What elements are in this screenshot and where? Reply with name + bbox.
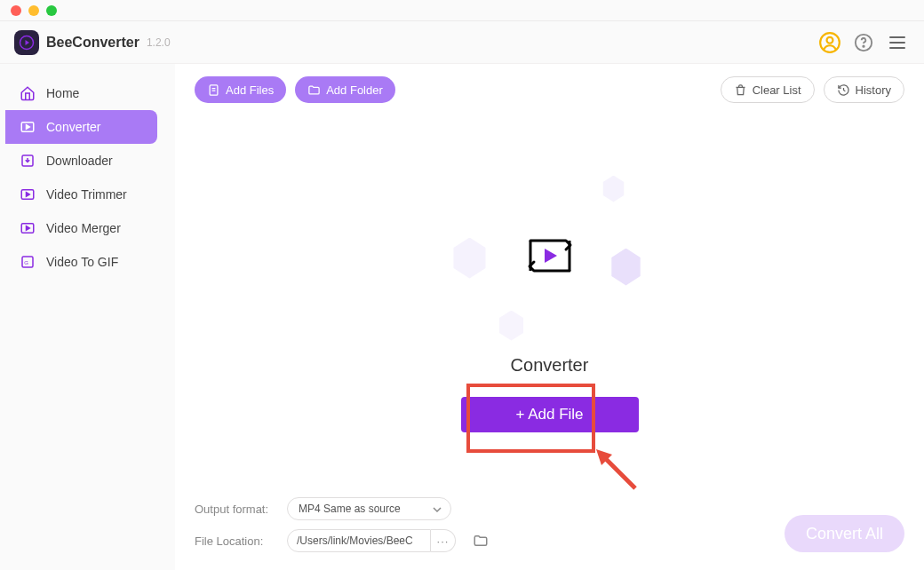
trash-icon — [734, 83, 747, 97]
sidebar-item-merger[interactable]: Video Merger — [5, 211, 157, 245]
clear-list-label: Clear List — [753, 83, 801, 97]
drop-zone: Converter + Add File — [175, 117, 924, 490]
account-button[interactable] — [817, 30, 842, 55]
open-folder-button[interactable] — [472, 532, 490, 550]
svg-marker-7 — [27, 125, 30, 130]
history-button[interactable]: History — [824, 76, 904, 103]
output-format-select[interactable]: MP4 Same as source — [287, 497, 451, 520]
chevron-down-icon — [433, 505, 442, 514]
sidebar-item-converter[interactable]: Converter — [5, 110, 157, 144]
app-title: BeeConverter — [46, 35, 139, 51]
sidebar-item-label: Converter — [46, 120, 100, 134]
menu-button[interactable] — [885, 30, 910, 55]
app-logo — [14, 30, 39, 55]
maximize-window-button[interactable] — [46, 5, 57, 16]
sidebar-item-label: Video Trimmer — [46, 187, 127, 202]
sidebar-item-label: Home — [46, 86, 79, 100]
svg-marker-16 — [545, 249, 557, 263]
add-files-button[interactable]: Add Files — [195, 76, 286, 103]
sidebar-item-home[interactable]: Home — [5, 76, 157, 110]
folder-plus-icon — [307, 83, 321, 97]
history-label: History — [856, 83, 891, 97]
merger-icon — [20, 220, 36, 236]
sidebar: Home Converter Downloader Video Trimmer … — [0, 64, 175, 570]
sidebar-item-gif[interactable]: G Video To GIF — [5, 245, 157, 279]
converter-illustration — [452, 176, 648, 336]
svg-text:G: G — [24, 260, 28, 265]
gif-icon: G — [20, 254, 36, 270]
svg-point-3 — [827, 36, 833, 43]
sidebar-item-label: Downloader — [46, 154, 113, 168]
sidebar-item-downloader[interactable]: Downloader — [5, 144, 157, 178]
output-format-label: Output format: — [195, 503, 276, 516]
sidebar-item-trimmer[interactable]: Video Trimmer — [5, 178, 157, 211]
add-folder-label: Add Folder — [326, 83, 383, 97]
svg-marker-1 — [26, 40, 30, 45]
add-file-main-button[interactable]: + Add File — [461, 397, 639, 432]
output-format-value: MP4 Same as source — [299, 503, 401, 515]
clear-list-button[interactable]: Clear List — [721, 76, 815, 103]
add-file-icon — [207, 83, 220, 97]
file-location-path: /Users/link/Movies/BeeC — [287, 529, 431, 552]
svg-marker-17 — [596, 449, 612, 465]
converter-icon — [20, 119, 36, 135]
window-titlebar — [0, 0, 924, 21]
add-files-label: Add Files — [226, 83, 274, 97]
svg-marker-12 — [27, 226, 30, 231]
close-window-button[interactable] — [11, 5, 21, 16]
trimmer-icon — [20, 186, 36, 202]
app-version: 1.2.0 — [147, 36, 171, 49]
file-location-label: File Location: — [195, 534, 276, 548]
annotation-arrow-icon — [593, 446, 646, 495]
sidebar-item-label: Video To GIF — [46, 255, 118, 269]
add-folder-button[interactable]: Add Folder — [295, 76, 395, 103]
svg-marker-10 — [27, 193, 30, 197]
help-button[interactable] — [851, 30, 876, 55]
toolbar: Add Files Add Folder Clear List History — [175, 64, 924, 103]
history-icon — [837, 83, 850, 97]
sidebar-item-label: Video Merger — [46, 221, 121, 235]
main-content: Add Files Add Folder Clear List History — [175, 64, 924, 570]
convert-all-button[interactable]: Convert All — [785, 515, 904, 552]
download-icon — [20, 153, 36, 169]
page-title: Converter — [511, 355, 589, 376]
hamburger-icon — [889, 36, 905, 49]
topbar: BeeConverter 1.2.0 — [0, 21, 924, 64]
folder-icon — [473, 533, 489, 549]
file-location-more-button[interactable]: ··· — [431, 529, 456, 552]
minimize-window-button[interactable] — [28, 5, 39, 16]
svg-point-5 — [863, 45, 864, 46]
convert-arrows-icon — [522, 234, 578, 278]
home-icon — [20, 85, 36, 101]
